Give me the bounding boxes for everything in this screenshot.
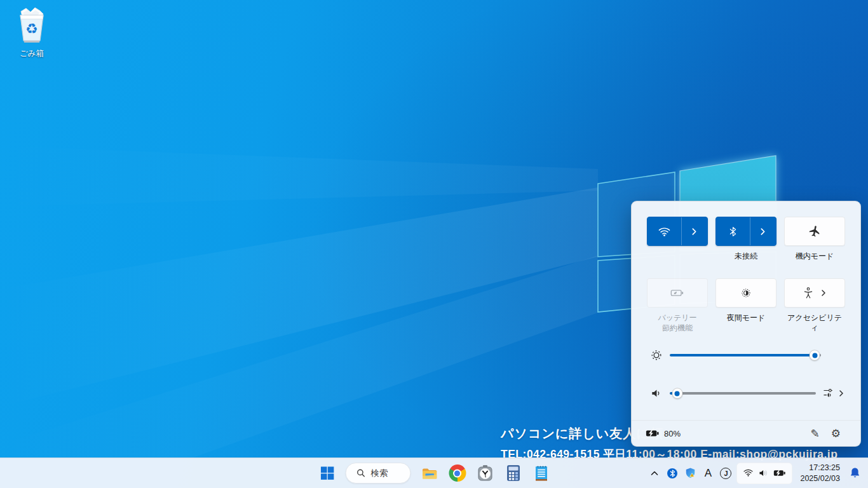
search-label: 検索 xyxy=(371,468,388,479)
airplane-mode-tile-label: 機内モード xyxy=(796,246,834,278)
tray-time: 17:23:25 xyxy=(800,463,840,473)
chevron-up-icon xyxy=(649,468,660,478)
taskbar-notepad[interactable] xyxy=(529,461,554,486)
wifi-tile[interactable] xyxy=(647,217,708,246)
desktop: パソコンに詳しい友人に頼 TEL:042-649-1515 平日11:00～18… xyxy=(0,0,868,488)
brightness-slider-fill xyxy=(670,354,815,356)
battery-saver-tile-label: バッテリー 節約機能 xyxy=(658,308,696,340)
quick-settings-panel: 未接続 機内モード xyxy=(631,201,861,447)
clock-app-icon xyxy=(477,464,494,482)
quick-settings-footer: 80% ✎ ⚙ xyxy=(632,420,860,446)
circle-j-icon: J xyxy=(720,468,731,479)
brightness-slider-thumb[interactable] xyxy=(810,350,820,361)
edit-quick-settings-button[interactable]: ✎ xyxy=(805,428,825,439)
taskbar-tray: A J xyxy=(646,458,864,488)
chevron-right-icon xyxy=(837,389,845,398)
wifi-icon xyxy=(658,225,671,238)
battery-percent-label: 80% xyxy=(664,429,681,438)
notification-bell-icon xyxy=(850,467,860,479)
volume-row xyxy=(632,381,860,406)
airplane-mode-tile[interactable] xyxy=(784,217,845,246)
chevron-right-icon xyxy=(759,227,767,236)
recycle-bin-shortcut[interactable]: ♻ ごみ箱 xyxy=(10,6,53,59)
battery-charging-icon xyxy=(646,429,660,438)
recycle-bin-icon: ♻ xyxy=(13,6,50,44)
bluetooth-tile-label: 未接続 xyxy=(735,246,757,278)
bluetooth-tray-icon xyxy=(667,468,678,479)
settings-gear-button[interactable]: ⚙ xyxy=(825,428,846,439)
brightness-sun-icon xyxy=(647,348,666,362)
start-button[interactable] xyxy=(315,461,340,486)
tray-circle-j-app[interactable]: J xyxy=(717,461,734,486)
night-mode-tile-label: 夜間モード xyxy=(727,308,766,340)
wifi-expand-button[interactable] xyxy=(682,217,707,245)
search-icon xyxy=(356,468,366,478)
accessibility-tile[interactable] xyxy=(784,278,845,308)
wifi-toggle[interactable] xyxy=(648,217,681,245)
ime-mode-letter: A xyxy=(705,467,712,480)
volume-slider-track[interactable] xyxy=(670,392,816,395)
security-shield-warning-icon xyxy=(684,467,696,479)
battery-saver-tile xyxy=(647,278,708,308)
notification-center-button[interactable] xyxy=(845,461,864,486)
brightness-row xyxy=(632,342,860,368)
brightness-slider[interactable] xyxy=(670,349,821,361)
airplane-icon xyxy=(807,224,822,239)
tray-date: 2025/02/03 xyxy=(800,473,840,484)
night-light-icon xyxy=(740,287,752,299)
chevron-right-icon xyxy=(690,227,698,236)
tray-windows-security[interactable] xyxy=(682,461,698,486)
windows-start-icon xyxy=(320,466,334,480)
accessibility-tile-label: アクセシビリティ xyxy=(784,308,845,340)
audio-output-picker-button[interactable] xyxy=(817,388,845,399)
taskbar: 検索 xyxy=(0,458,868,488)
volume-slider[interactable] xyxy=(670,388,816,399)
recycle-bin-label: ごみ箱 xyxy=(10,48,53,59)
accessibility-person-icon xyxy=(803,287,814,299)
volume-slider-thumb[interactable] xyxy=(672,388,682,399)
battery-tray-icon xyxy=(773,469,786,477)
file-explorer-icon xyxy=(421,466,438,481)
battery-status-button[interactable]: 80% xyxy=(646,429,681,438)
volume-tray-icon xyxy=(758,468,769,478)
bluetooth-tile[interactable] xyxy=(715,217,776,246)
quick-settings-tile-grid: 未接続 機内モード xyxy=(647,217,845,340)
battery-saver-icon xyxy=(670,287,685,299)
tray-bluetooth[interactable] xyxy=(664,461,681,486)
wifi-tray-icon xyxy=(743,468,754,478)
notepad-icon xyxy=(534,464,548,482)
taskbar-file-explorer[interactable] xyxy=(417,461,442,486)
show-hidden-icons-button[interactable] xyxy=(646,461,663,486)
tray-clock[interactable]: 17:23:25 2025/02/03 xyxy=(795,463,844,484)
brightness-slider-track[interactable] xyxy=(670,354,821,356)
bluetooth-icon xyxy=(727,226,739,238)
tray-quick-settings-button[interactable] xyxy=(736,463,792,484)
taskbar-center-group: 検索 xyxy=(315,458,554,488)
bluetooth-expand-button[interactable] xyxy=(750,217,776,245)
calculator-icon xyxy=(506,464,520,482)
tray-ime-mode[interactable]: A xyxy=(700,461,716,486)
volume-speaker-icon[interactable] xyxy=(647,387,666,400)
taskbar-chrome[interactable] xyxy=(445,461,470,486)
taskbar-calculator[interactable] xyxy=(501,461,526,486)
recycle-symbol-glyph: ♻ xyxy=(25,21,38,37)
bluetooth-toggle[interactable] xyxy=(716,217,750,245)
night-mode-tile[interactable] xyxy=(715,278,776,308)
taskbar-clock-app[interactable] xyxy=(473,461,498,486)
chevron-right-icon xyxy=(820,289,827,297)
taskbar-search-box[interactable]: 検索 xyxy=(346,463,411,484)
chrome-icon xyxy=(449,464,466,482)
audio-mixer-icon xyxy=(823,388,836,399)
